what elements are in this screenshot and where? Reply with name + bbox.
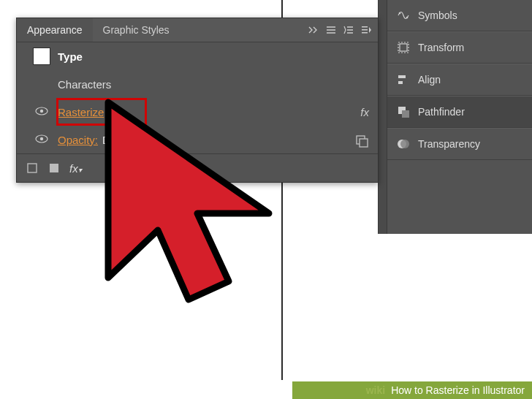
panel-tab-bar: Appearance Graphic Styles xyxy=(17,18,378,42)
visibility-eye-icon[interactable] xyxy=(35,134,48,145)
align-icon xyxy=(396,72,411,87)
dock-item-label: Symbols xyxy=(418,10,457,21)
appearance-panel: Appearance Graphic Styles Type xyxy=(16,18,379,183)
dock-item-transform[interactable]: Transform xyxy=(387,31,532,64)
symbols-icon xyxy=(396,8,411,23)
appearance-item-label: Type xyxy=(58,50,331,63)
svg-point-14 xyxy=(40,110,43,113)
dock-item-transparency[interactable]: Transparency xyxy=(387,128,532,160)
dock-item-pathfinder[interactable]: Pathfinder xyxy=(387,96,532,128)
wikihow-caption: wiki How to Rasterize in Illustrator xyxy=(0,381,532,399)
svg-rect-4 xyxy=(398,75,406,78)
pathfinder-icon xyxy=(396,104,411,119)
appearance-item-type[interactable]: Type xyxy=(17,42,378,70)
tab-graphic-styles[interactable]: Graphic Styles xyxy=(93,18,180,42)
duplicate-selected-icon[interactable] xyxy=(354,134,369,148)
appearance-item-opacity[interactable]: Opacity: De xyxy=(17,126,378,153)
type-swatch xyxy=(33,48,50,65)
panel-menu-icon-2[interactable] xyxy=(343,24,354,36)
appearance-item-rasterize[interactable]: Rasterize fx xyxy=(17,98,378,126)
fx-indicator[interactable]: fx xyxy=(331,106,369,118)
caption-title: How to Rasterize in Illustrator xyxy=(387,381,532,399)
svg-point-16 xyxy=(40,137,43,140)
dock-item-label: Transform xyxy=(418,42,464,53)
dock-item-symbols[interactable]: Symbols xyxy=(387,0,532,31)
dock-item-label: Transparency xyxy=(418,138,480,150)
svg-point-0 xyxy=(399,12,401,15)
panel-flyout-menu-icon[interactable] xyxy=(360,24,372,36)
new-stroke-icon[interactable] xyxy=(26,162,39,175)
dock-item-label: Pathfinder xyxy=(418,106,465,118)
svg-rect-20 xyxy=(50,164,58,172)
svg-rect-10 xyxy=(362,26,368,28)
dock-item-align[interactable]: Align xyxy=(387,64,532,96)
svg-rect-7 xyxy=(402,110,409,118)
transform-icon xyxy=(396,40,411,55)
new-fill-icon[interactable] xyxy=(48,162,61,175)
svg-rect-5 xyxy=(398,81,403,84)
panel-expand-icon[interactable] xyxy=(308,24,319,36)
svg-point-1 xyxy=(406,17,408,19)
opacity-link[interactable]: Opacity: xyxy=(58,134,98,146)
svg-rect-12 xyxy=(362,32,368,34)
svg-rect-19 xyxy=(28,164,37,172)
svg-rect-11 xyxy=(362,29,368,31)
wiki-logo-text: wiki xyxy=(366,384,387,396)
panel-menu-icon-1[interactable] xyxy=(325,24,337,36)
svg-point-9 xyxy=(400,140,409,148)
svg-rect-3 xyxy=(400,44,407,51)
appearance-item-label: Characters xyxy=(58,78,331,91)
add-effect-fx[interactable]: fx▾ xyxy=(69,162,82,175)
transparency-icon xyxy=(396,137,411,151)
appearance-item-characters[interactable]: Characters xyxy=(17,70,378,98)
rasterize-link[interactable]: Rasterize xyxy=(58,106,104,118)
opacity-value: De xyxy=(102,134,116,146)
tab-appearance[interactable]: Appearance xyxy=(17,18,93,42)
panels-dock: Symbols Transform Align Pathfinder Trans… xyxy=(387,0,532,234)
appearance-panel-footer: fx▾ xyxy=(17,153,378,182)
svg-rect-18 xyxy=(360,139,368,147)
visibility-eye-icon[interactable] xyxy=(35,106,48,118)
dock-item-label: Align xyxy=(418,74,441,86)
